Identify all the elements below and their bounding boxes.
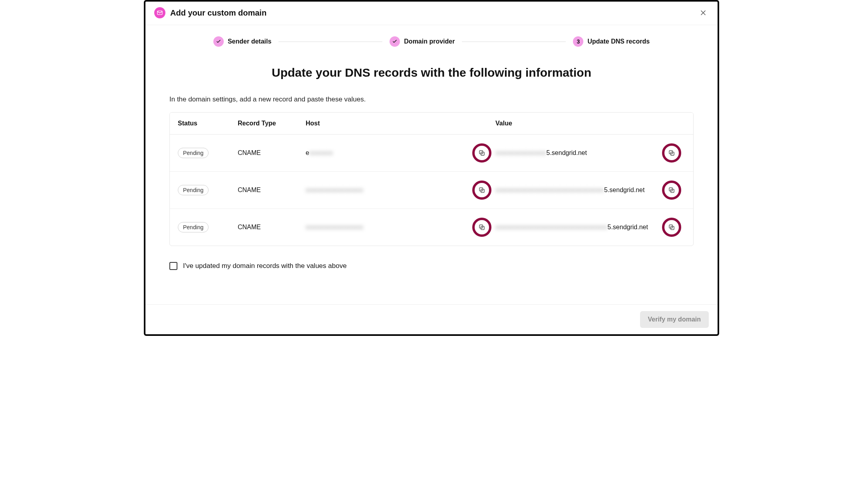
step-label: Update DNS records xyxy=(587,38,650,45)
page-heading: Update your DNS records with the followi… xyxy=(169,66,694,79)
confirm-checkbox[interactable] xyxy=(169,262,177,270)
copy-value-button[interactable] xyxy=(662,143,681,163)
copy-host-button[interactable] xyxy=(472,218,491,237)
copy-value-button[interactable] xyxy=(662,181,681,200)
step-divider xyxy=(278,42,382,42)
col-host: Host xyxy=(306,120,495,127)
copy-value-button[interactable] xyxy=(662,218,681,237)
step-update-dns: 3 Update DNS records xyxy=(573,36,650,47)
step-label: Sender details xyxy=(228,38,271,45)
col-value: Value xyxy=(495,120,685,127)
table-row: Pending CNAME xxxxxxxxxxxxxxxxx xxxxxxxx… xyxy=(170,209,693,246)
status-badge: Pending xyxy=(178,185,209,195)
close-button[interactable] xyxy=(698,7,709,18)
table-row: Pending CNAME exxxxxxx xxxxxxxxxxxxxxx5.… xyxy=(170,135,693,172)
copy-icon xyxy=(478,149,485,157)
status-badge: Pending xyxy=(178,222,209,232)
check-icon xyxy=(213,36,224,47)
host-value: xxxxxxxxxxxxxxxxx xyxy=(306,224,364,231)
copy-icon xyxy=(478,224,485,231)
modal-title: Add your custom domain xyxy=(170,8,266,18)
col-record-type: Record Type xyxy=(238,120,306,127)
status-badge: Pending xyxy=(178,148,209,158)
brand-icon xyxy=(154,7,165,18)
check-icon xyxy=(390,36,400,47)
copy-host-button[interactable] xyxy=(472,181,491,200)
step-divider xyxy=(462,42,566,42)
host-value: exxxxxxx xyxy=(306,149,333,157)
stepper: Sender details Domain provider 3 Update … xyxy=(145,25,718,51)
copy-icon xyxy=(478,187,485,194)
copy-icon xyxy=(668,149,675,157)
verify-button[interactable]: Verify my domain xyxy=(640,311,709,328)
page-subtext: In the domain settings, add a new record… xyxy=(169,95,694,103)
host-value: xxxxxxxxxxxxxxxxx xyxy=(306,187,364,194)
table-header: Status Record Type Host Value xyxy=(170,113,693,135)
record-type: CNAME xyxy=(238,187,306,194)
table-row: Pending CNAME xxxxxxxxxxxxxxxxx xxxxxxxx… xyxy=(170,172,693,209)
col-status: Status xyxy=(178,120,238,127)
copy-host-button[interactable] xyxy=(472,143,491,163)
step-domain-provider: Domain provider xyxy=(390,36,455,47)
copy-icon xyxy=(668,224,675,231)
step-number: 3 xyxy=(573,36,583,47)
copy-icon xyxy=(668,187,675,194)
step-sender-details: Sender details xyxy=(213,36,271,47)
dns-records-table: Status Record Type Host Value Pending CN… xyxy=(169,112,694,246)
value-cell: xxxxxxxxxxxxxxx5.sendgrid.net xyxy=(495,149,587,157)
record-type: CNAME xyxy=(238,149,306,157)
record-type: CNAME xyxy=(238,224,306,231)
modal-footer: Verify my domain xyxy=(145,304,718,334)
step-label: Domain provider xyxy=(404,38,455,45)
modal-header: Add your custom domain xyxy=(145,2,718,25)
value-cell: xxxxxxxxxxxxxxxxxxxxxxxxxxxxxxxxx5.sendg… xyxy=(495,224,648,231)
confirm-label: I've updated my domain records with the … xyxy=(183,262,347,270)
value-cell: xxxxxxxxxxxxxxxxxxxxxxxxxxxxxxxx5.sendgr… xyxy=(495,187,644,194)
